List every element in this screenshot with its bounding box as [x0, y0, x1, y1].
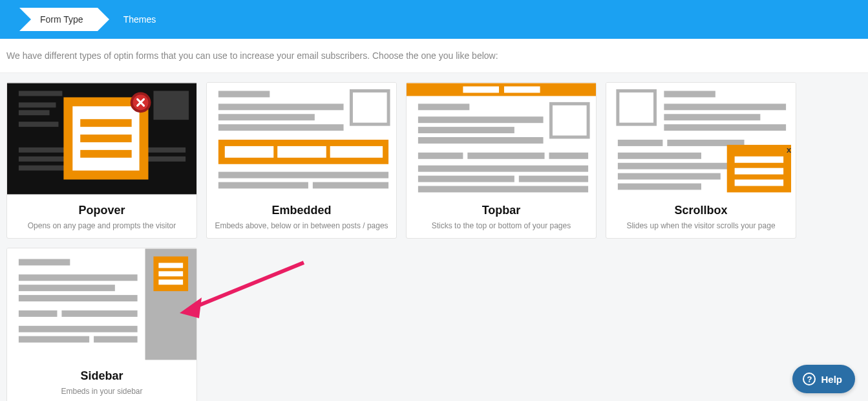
svg-rect-38: [418, 153, 463, 159]
svg-rect-46: [618, 91, 655, 125]
card-topbar[interactable]: Topbar Sticks to the top or bottom of yo…: [406, 82, 597, 239]
svg-rect-18: [218, 103, 344, 110]
svg-rect-50: [664, 124, 786, 131]
svg-rect-67: [158, 279, 183, 285]
svg-rect-13: [80, 150, 131, 158]
svg-rect-11: [80, 119, 131, 127]
card-title: Scrollbox: [606, 204, 796, 217]
card-title: Topbar: [407, 204, 596, 217]
svg-rect-26: [218, 172, 388, 179]
form-type-grid: Popover Opens on any page and prompts th…: [0, 73, 868, 401]
svg-rect-40: [549, 153, 588, 159]
svg-rect-33: [418, 103, 469, 110]
card-title: Popover: [7, 204, 196, 217]
svg-rect-35: [418, 127, 514, 133]
svg-rect-39: [467, 153, 544, 159]
sidebar-preview-icon: [7, 248, 196, 360]
svg-rect-49: [664, 114, 760, 120]
svg-rect-61: [735, 180, 783, 186]
svg-rect-69: [19, 274, 138, 281]
svg-rect-30: [407, 83, 596, 96]
breadcrumb-step-label: Form Type: [40, 14, 83, 25]
svg-rect-36: [418, 137, 544, 144]
intro-text: We have different types of optin forms t…: [0, 39, 868, 73]
breadcrumb-step-form-type[interactable]: Form Type: [19, 8, 98, 31]
svg-rect-65: [158, 263, 183, 268]
breadcrumb-step-label: Themes: [123, 14, 156, 25]
svg-line-77: [193, 263, 304, 308]
svg-rect-42: [418, 176, 514, 182]
help-icon: ?: [803, 373, 816, 385]
card-title: Embedded: [207, 204, 396, 217]
svg-rect-12: [80, 135, 131, 142]
svg-rect-53: [618, 153, 701, 159]
card-popover[interactable]: Popover Opens on any page and prompts th…: [6, 82, 197, 239]
svg-rect-23: [225, 146, 273, 158]
svg-rect-41: [418, 166, 588, 172]
card-desc: Sticks to the top or bottom of your page…: [407, 221, 596, 230]
card-sidebar[interactable]: Sidebar Embeds in your sidebar: [6, 248, 197, 401]
svg-rect-5: [153, 91, 189, 120]
svg-rect-55: [618, 173, 721, 180]
svg-rect-17: [218, 91, 270, 98]
card-title: Sidebar: [7, 369, 196, 383]
popover-preview-icon: [7, 83, 196, 195]
svg-rect-25: [330, 146, 383, 158]
svg-rect-72: [19, 310, 58, 317]
svg-rect-75: [19, 336, 89, 343]
card-desc: Embeds above, below or in between posts …: [207, 221, 396, 230]
svg-rect-56: [618, 184, 701, 190]
svg-rect-48: [664, 103, 786, 110]
svg-rect-20: [218, 124, 344, 131]
svg-rect-70: [19, 285, 115, 291]
svg-rect-4: [19, 122, 59, 127]
card-desc: Slides up when the visitor scrolls your …: [606, 221, 796, 230]
svg-rect-71: [19, 295, 138, 301]
svg-rect-59: [735, 157, 783, 163]
breadcrumb-header: Form Type Themes: [0, 0, 868, 39]
svg-rect-47: [664, 91, 715, 98]
embedded-preview-icon: [207, 83, 396, 195]
card-desc: Opens on any page and prompts the visito…: [7, 221, 196, 230]
svg-rect-1: [19, 91, 63, 96]
scrollbox-preview-icon: x: [606, 83, 796, 195]
svg-rect-34: [418, 116, 544, 123]
svg-rect-51: [618, 140, 663, 146]
card-desc: Embeds in your sidebar: [7, 387, 196, 396]
svg-rect-32: [504, 87, 540, 93]
svg-rect-43: [519, 176, 588, 182]
svg-rect-3: [19, 110, 50, 115]
breadcrumb-step-themes[interactable]: Themes: [123, 14, 156, 25]
svg-rect-74: [19, 326, 138, 332]
svg-rect-28: [313, 182, 388, 189]
card-embedded[interactable]: Embedded Embeds above, below or in betwe…: [206, 82, 397, 239]
topbar-preview-icon: [407, 83, 596, 195]
svg-rect-60: [735, 168, 783, 175]
svg-rect-37: [551, 103, 588, 137]
svg-rect-31: [463, 87, 499, 93]
card-scrollbox[interactable]: x Scrollbox Slides up when the visitor s…: [606, 82, 796, 239]
svg-rect-44: [418, 186, 588, 193]
svg-rect-19: [218, 114, 315, 120]
svg-rect-66: [158, 271, 183, 276]
svg-rect-24: [277, 146, 326, 158]
svg-rect-73: [61, 310, 137, 317]
help-label: Help: [821, 374, 842, 385]
svg-rect-76: [94, 336, 138, 343]
svg-rect-21: [351, 91, 388, 125]
svg-text:x: x: [787, 145, 792, 155]
svg-rect-2: [19, 102, 56, 107]
svg-rect-68: [19, 259, 70, 265]
svg-rect-27: [218, 182, 308, 189]
help-button[interactable]: ? Help: [792, 365, 855, 393]
